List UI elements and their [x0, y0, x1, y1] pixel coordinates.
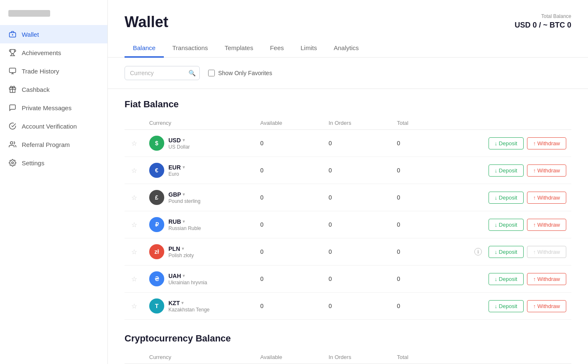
sidebar-item-label: Achievements [22, 49, 61, 56]
action-buttons-cell: ↓ Deposit ↑ Withdraw [460, 211, 571, 238]
currency-code: KZT ▾ [168, 300, 210, 306]
currency-cell: ₴ UAH ▾ Ukrainian hryvnia [144, 265, 255, 293]
check-circle-icon [8, 122, 17, 130]
sidebar-item-settings[interactable]: Settings [0, 154, 107, 172]
fiat-balance-section: Fiat Balance Currency Available In Order… [108, 89, 588, 320]
available-value: 0 [255, 211, 324, 238]
fiat-balance-table: Currency Available In Orders Total ☆ $ U… [125, 116, 571, 320]
favorite-star-button[interactable]: ☆ [130, 192, 139, 203]
logo-placeholder [8, 10, 50, 17]
available-value: 0 [255, 130, 324, 157]
favorites-checkbox-label[interactable]: Show Only Favorites [208, 70, 272, 76]
sidebar-item-trade-history[interactable]: Trade History [0, 62, 107, 80]
total-value: 0 [392, 293, 461, 320]
total-value: 0 [392, 265, 461, 293]
tabs-bar: Balance Transactions Templates Fees Limi… [108, 39, 588, 58]
deposit-button[interactable]: ↓ Deposit [489, 273, 524, 285]
message-icon [8, 104, 17, 112]
sidebar-item-label: Cashback [22, 86, 50, 93]
currency-code: PLN ▾ [168, 245, 194, 252]
action-buttons-cell: ℹ ↓ Deposit ↑ Withdraw [460, 238, 571, 265]
gear-icon [8, 159, 17, 167]
total-value: 0 [392, 238, 461, 265]
action-buttons: ↓ Deposit ↑ Withdraw [465, 137, 566, 149]
col-currency-crypto: Currency [144, 351, 255, 364]
favorite-star-button[interactable]: ☆ [130, 301, 139, 312]
chevron-down-icon: ▾ [183, 138, 185, 142]
sidebar-item-wallet[interactable]: Wallet [0, 25, 107, 43]
favorites-label: Show Only Favorites [218, 70, 272, 76]
withdraw-button[interactable]: ↑ Withdraw [527, 192, 566, 204]
sidebar: Wallet Achievements Trade History Cashba… [0, 0, 108, 364]
currency-icon: £ [149, 190, 164, 205]
currency-icon: $ [149, 136, 164, 151]
filter-bar: 🔍 Show Only Favorites [108, 58, 588, 89]
favorite-star-button[interactable]: ☆ [130, 138, 139, 149]
total-balance-value: USD 0 / ~ BTC 0 [514, 21, 571, 30]
col-star [125, 116, 144, 130]
chevron-down-icon: ▾ [181, 301, 183, 305]
crypto-balance-table: Currency Available In Orders Total 🔥 X E… [125, 351, 571, 364]
sidebar-item-private-messages[interactable]: Private Messages [0, 99, 107, 117]
tab-analytics[interactable]: Analytics [325, 39, 367, 58]
action-buttons-cell: ↓ Deposit ↑ Withdraw [460, 265, 571, 293]
col-inorders-crypto: In Orders [323, 351, 392, 364]
currency-icon: T [149, 298, 164, 313]
col-currency-fiat: Currency [144, 116, 255, 130]
withdraw-button[interactable]: ↑ Withdraw [527, 219, 566, 231]
currency-info: UAH ▾ Ukrainian hryvnia [168, 273, 207, 286]
sidebar-item-account-verification[interactable]: Account Verification [0, 117, 107, 135]
deposit-button[interactable]: ↓ Deposit [489, 164, 524, 177]
tab-templates[interactable]: Templates [216, 39, 262, 58]
tab-transactions[interactable]: Transactions [164, 39, 216, 58]
deposit-button[interactable]: ↓ Deposit [489, 300, 524, 312]
deposit-button[interactable]: ↓ Deposit [489, 192, 524, 204]
withdraw-button[interactable]: ↑ Withdraw [527, 273, 566, 285]
inorders-value: 0 [323, 293, 392, 320]
info-icon[interactable]: ℹ [474, 248, 482, 255]
inorders-value: 0 [323, 130, 392, 157]
inorders-value: 0 [323, 157, 392, 184]
currency-name: Ukrainian hryvnia [168, 280, 207, 286]
action-buttons: ↓ Deposit ↑ Withdraw [465, 164, 566, 177]
currency-icon: ₽ [149, 217, 164, 232]
deposit-button[interactable]: ↓ Deposit [489, 246, 524, 258]
total-value: 0 [392, 157, 461, 184]
inorders-value: 0 [323, 211, 392, 238]
chevron-down-icon: ▾ [183, 273, 185, 278]
withdraw-button[interactable]: ↑ Withdraw [527, 164, 566, 177]
currency-info: PLN ▾ Polish złoty [168, 245, 194, 258]
withdraw-button[interactable]: ↑ Withdraw [527, 137, 566, 149]
sidebar-item-cashback[interactable]: Cashback [0, 80, 107, 99]
currency-info: EUR ▾ Euro [168, 164, 185, 177]
monitor-icon [8, 67, 17, 75]
deposit-button[interactable]: ↓ Deposit [489, 137, 524, 149]
sidebar-item-achievements[interactable]: Achievements [0, 43, 107, 62]
favorite-star-button[interactable]: ☆ [130, 246, 139, 258]
withdraw-button[interactable]: ↑ Withdraw [527, 300, 566, 312]
wallet-icon [8, 30, 17, 38]
crypto-section-title: Cryptocurrency Balance [125, 333, 571, 344]
sidebar-item-referral-program[interactable]: Referral Program [0, 135, 107, 154]
currency-info: USD ▾ US Dollar [168, 137, 190, 150]
favorite-star-button[interactable]: ☆ [130, 219, 139, 230]
currency-info: GBP ▾ Pound sterling [168, 191, 201, 204]
search-icon: 🔍 [188, 70, 196, 76]
deposit-button[interactable]: ↓ Deposit [489, 219, 524, 231]
favorite-star-button[interactable]: ☆ [130, 273, 139, 285]
currency-info: KZT ▾ Kazakhstan Tenge [168, 300, 210, 313]
tab-fees[interactable]: Fees [262, 39, 292, 58]
inorders-value: 0 [323, 238, 392, 265]
table-row: ☆ € EUR ▾ Euro 0 0 0 [125, 157, 571, 184]
table-row: ☆ £ GBP ▾ Pound sterling 0 0 0 [125, 184, 571, 211]
tab-balance[interactable]: Balance [125, 39, 164, 58]
favorite-star-button[interactable]: ☆ [130, 165, 139, 176]
currency-cell: $ USD ▾ US Dollar [144, 130, 255, 157]
trophy-icon [8, 48, 17, 57]
withdraw-button[interactable]: ↑ Withdraw [527, 246, 566, 258]
tab-limits[interactable]: Limits [292, 39, 325, 58]
total-balance-block: Total Balance USD 0 / ~ BTC 0 [514, 13, 571, 30]
currency-icon: ₴ [149, 271, 164, 286]
favorites-checkbox[interactable] [208, 70, 215, 76]
currency-code: EUR ▾ [168, 164, 185, 171]
